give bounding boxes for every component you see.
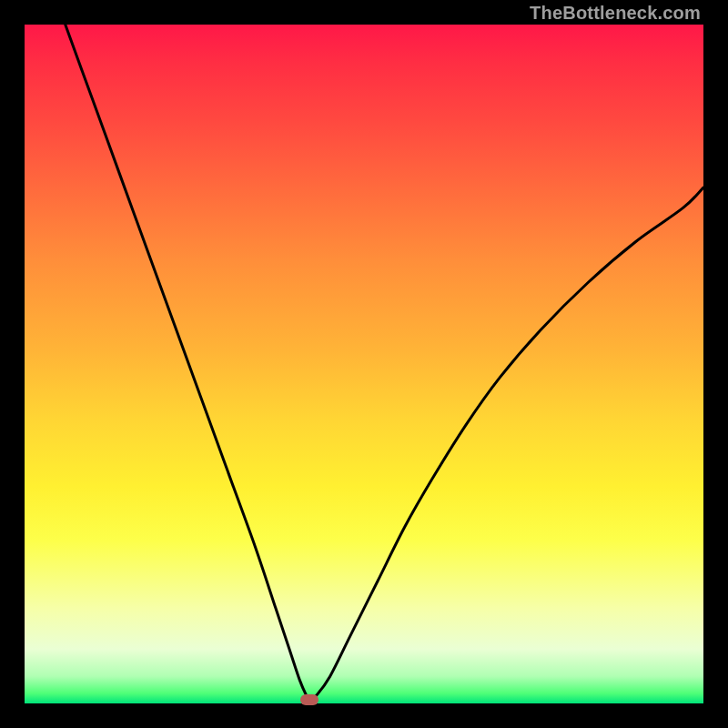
watermark-text: TheBottleneck.com <box>530 3 701 24</box>
minimum-marker <box>300 694 318 705</box>
bottleneck-curve <box>66 25 703 700</box>
chart-frame: TheBottleneck.com <box>0 0 728 728</box>
plot-area <box>25 25 703 703</box>
curve-svg <box>25 25 703 703</box>
